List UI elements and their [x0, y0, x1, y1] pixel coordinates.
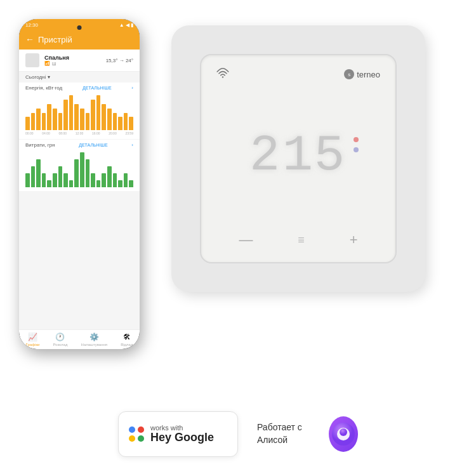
bar-green — [113, 173, 117, 187]
bar-yellow — [107, 109, 112, 130]
thermostat-wifi-icon — [216, 68, 229, 81]
bar-green — [31, 166, 36, 187]
bar-green — [74, 159, 79, 187]
bar-yellow — [42, 113, 46, 131]
bar-green — [58, 166, 63, 187]
thermostat-panel: s terneo 215 — ≡ + — [200, 54, 397, 263]
bar-yellow — [47, 104, 51, 130]
dot-warm — [354, 137, 359, 142]
svg-point-0 — [222, 76, 223, 77]
device-status: 📶 Ш — [44, 61, 101, 66]
bar-green — [129, 180, 133, 187]
bar-green — [86, 159, 90, 187]
bar-yellow — [63, 100, 68, 130]
nav-graphs-label: Графіки — [26, 343, 40, 347]
bar-green — [102, 173, 106, 187]
bar-green — [47, 180, 51, 187]
cost-title: Витрати, грн — [25, 142, 55, 148]
date-label: Сьогодні — [25, 74, 46, 80]
alice-icon — [329, 416, 358, 452]
nav-debug[interactable]: 🛠 Відлад — [121, 333, 133, 347]
graphs-icon: 📈 — [28, 333, 37, 341]
thermostat-controls: — ≡ + — [216, 232, 380, 248]
energy-section: Енергія, кВт·год ДЕТАЛЬНІШЕ › 00:00 04:0… — [19, 83, 140, 139]
date-row[interactable]: Сьогодні ▾ — [19, 72, 140, 83]
bar-green — [96, 180, 101, 187]
badges-row: works with Hey Google Работает с Алисой — [118, 411, 358, 457]
google-dot-green — [138, 435, 144, 442]
bar-green — [53, 173, 57, 187]
bar-yellow — [118, 117, 122, 130]
device-temperature: 15,3° → 24° — [106, 58, 133, 63]
bar-yellow — [96, 95, 101, 130]
alice-text: Работает с Алисой — [257, 421, 321, 446]
device-thumbnail — [25, 53, 39, 67]
bar-yellow — [74, 104, 79, 130]
alice-text-line1: Работает — [257, 422, 295, 432]
thermostat-display: 215 — [249, 131, 347, 182]
bar-yellow — [86, 113, 90, 131]
minus-button[interactable]: — — [239, 232, 253, 248]
bar-yellow — [25, 117, 30, 130]
thermostat-dots — [354, 137, 359, 152]
nav-debug-label: Відлад — [121, 343, 133, 347]
cost-link[interactable]: ДЕТАЛЬНІШЕ — [79, 143, 108, 147]
thermostat-temperature: 215 — [249, 127, 347, 185]
bar-yellow — [36, 109, 41, 130]
back-button[interactable]: ← — [25, 34, 34, 44]
bar-green — [91, 173, 95, 187]
bar-green — [80, 152, 84, 187]
bar-yellow — [102, 104, 106, 130]
dot-cool — [354, 147, 359, 152]
bar-yellow — [58, 113, 63, 131]
google-badge: works with Hey Google — [118, 411, 238, 457]
google-dot-yellow — [129, 435, 135, 442]
bottom-nav: 📈 Графіки 🕐 Розклад ⚙️ Налаштування 🛠 Ві… — [19, 329, 140, 349]
dropdown-icon: ▾ — [48, 74, 50, 80]
bar-yellow — [91, 100, 95, 130]
google-text-bottom: Hey Google — [150, 432, 214, 444]
debug-icon: 🛠 — [123, 333, 131, 341]
app-header: ← Пристрій — [19, 30, 140, 50]
menu-button[interactable]: ≡ — [298, 234, 305, 247]
cost-chart — [25, 150, 133, 188]
nav-settings[interactable]: ⚙️ Налаштування — [81, 333, 107, 347]
settings-icon: ⚙️ — [89, 333, 99, 341]
google-dot-red — [138, 426, 144, 433]
device-row[interactable]: Спальня 📶 Ш 15,3° → 24° — [19, 50, 140, 72]
google-logo — [129, 426, 144, 442]
cost-header: Витрати, грн ДЕТАЛЬНІШЕ › — [25, 142, 133, 148]
bar-green — [36, 159, 41, 187]
bar-green — [118, 180, 122, 187]
phone-device: 12:30 ▲ ◀ ▮ ← Пристрій Спальня 📶 Ш — [19, 19, 140, 349]
thermostat-device: s terneo 215 — ≡ + — [171, 25, 425, 292]
nav-schedule[interactable]: 🕐 Розклад — [53, 333, 68, 347]
phone-screen: 12:30 ▲ ◀ ▮ ← Пристрій Спальня 📶 Ш — [19, 19, 140, 349]
bar-green — [107, 166, 112, 187]
plus-button[interactable]: + — [350, 232, 358, 248]
energy-chart-labels: 00:00 04:00 08:00 12:00 16:00 20:00 23:5… — [25, 131, 133, 136]
bar-green — [42, 173, 46, 187]
energy-link[interactable]: ДЕТАЛЬНІШЕ — [83, 86, 112, 90]
energy-chart — [25, 93, 133, 131]
thermostat-top-row: s terneo — [216, 68, 380, 81]
device-info: Спальня 📶 Ш — [44, 55, 101, 66]
app-title: Пристрій — [38, 35, 72, 44]
bar-yellow — [124, 113, 128, 131]
status-icons: ▲ ◀ ▮ — [119, 22, 133, 28]
energy-arrow: › — [131, 85, 133, 91]
status-time: 12:30 — [25, 22, 38, 28]
terneo-logo-symbol: s — [344, 69, 354, 79]
phone-body: 12:30 ▲ ◀ ▮ ← Пристрій Спальня 📶 Ш — [19, 19, 140, 349]
google-text: works with Hey Google — [150, 424, 214, 444]
bar-yellow — [31, 113, 36, 131]
bar-green — [63, 173, 68, 187]
nav-settings-label: Налаштування — [81, 343, 107, 347]
level-icon: Ш — [52, 62, 56, 66]
nav-graphs[interactable]: 📈 Графіки — [26, 333, 40, 347]
thermostat-brand: s terneo — [344, 69, 380, 79]
energy-header: Енергія, кВт·год ДЕТАЛЬНІШЕ › — [25, 85, 133, 91]
phone-camera — [77, 25, 82, 30]
wifi-icon: 📶 — [44, 61, 50, 66]
bar-yellow — [80, 109, 84, 130]
